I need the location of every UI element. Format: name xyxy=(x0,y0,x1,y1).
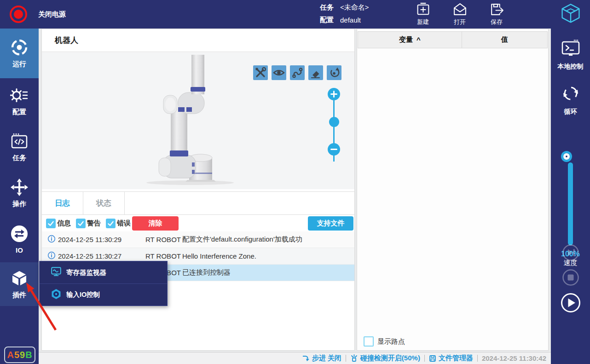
check-icon xyxy=(47,220,55,227)
file-manager-status[interactable]: 文件管理器 xyxy=(429,354,473,363)
show-waypoints-checkbox[interactable] xyxy=(364,336,374,347)
info-filter-label: 信息 xyxy=(57,219,71,228)
terminal-icon xyxy=(560,39,581,60)
sidebar-item-operate[interactable]: 操作 xyxy=(0,170,39,216)
skip-next-icon xyxy=(561,243,580,262)
play-button[interactable] xyxy=(551,292,590,313)
separator xyxy=(424,355,425,362)
column-header-value[interactable]: 值 xyxy=(462,31,548,48)
zoom-out-button[interactable] xyxy=(328,143,340,156)
warning-filter-label: 警告 xyxy=(87,219,101,228)
sidebar-item-run[interactable]: 运行 xyxy=(0,29,39,78)
separator xyxy=(346,355,346,362)
log-message: Hello Interference Zone. xyxy=(182,252,256,260)
speed-slider-knob[interactable] xyxy=(563,153,570,160)
trajectory-button[interactable] xyxy=(290,65,305,80)
power-off-button[interactable] xyxy=(10,6,27,23)
sidebar-item-label: 运行 xyxy=(12,60,26,69)
log-time: 2024-12-25 11:30:29 xyxy=(58,236,145,243)
local-control-button[interactable]: 本地控制 xyxy=(551,39,590,71)
hexagon-gear-icon xyxy=(51,289,62,301)
zoom-in-button[interactable] xyxy=(328,88,340,100)
version-badge: A 5 9 B xyxy=(4,347,35,363)
show-waypoints-label: 显示路点 xyxy=(377,337,405,346)
task-config-block: 任务 <未命名> 配置 default xyxy=(320,3,369,28)
power-icon xyxy=(14,10,23,19)
variables-panel: 变量 ^ 值 显示路点 xyxy=(357,29,549,351)
log-source: RT ROBOT xyxy=(145,236,182,243)
error-checkbox[interactable] xyxy=(106,219,116,228)
minus-icon xyxy=(330,146,337,153)
sidebar-item-task[interactable]: 任务 xyxy=(0,124,39,170)
step-mode-label: 步进 关闭 xyxy=(312,354,341,363)
menu-item-label: 寄存器监视器 xyxy=(66,268,106,277)
stop-icon xyxy=(561,268,580,287)
zoom-slider-knob[interactable] xyxy=(329,117,339,127)
panel-header: 机器人 xyxy=(42,29,354,52)
info-checkbox[interactable] xyxy=(46,219,56,228)
tools-button[interactable] xyxy=(253,65,268,80)
badge-char: 9 xyxy=(20,350,25,360)
top-bar: 关闭电源 任务 <未命名> 配置 default 新建 打开 保存 xyxy=(0,0,590,29)
support-button-label: 支持文件 xyxy=(317,219,345,228)
sidebar-item-config[interactable]: 配置 xyxy=(0,78,39,124)
menu-item-register-monitor[interactable]: 寄存器监视器 xyxy=(40,261,167,283)
sidebar-item-plugin[interactable]: 插件 xyxy=(0,262,39,306)
code-window-icon xyxy=(10,132,29,150)
clear-log-button[interactable]: 清除 xyxy=(132,216,179,231)
task-label: 任务 xyxy=(320,3,334,12)
tab-status[interactable]: 状态 xyxy=(83,192,125,214)
open-button-label: 打开 xyxy=(454,18,466,26)
loop-label: 循环 xyxy=(564,108,577,116)
tab-log[interactable]: 日志 xyxy=(42,192,83,214)
variable-column-label: 变量 xyxy=(399,35,413,44)
plugin-popup-menu: 寄存器监视器 输入IO控制 xyxy=(39,261,168,306)
viewport-toolbar xyxy=(253,65,341,80)
sidebar-item-io[interactable]: IO xyxy=(0,216,39,262)
save-button[interactable]: 保存 xyxy=(484,2,509,26)
task-value: <未命名> xyxy=(340,3,369,12)
new-button[interactable]: 新建 xyxy=(410,2,436,26)
open-file-icon xyxy=(452,2,468,17)
tab-status-label: 状态 xyxy=(96,198,111,208)
gear-icon xyxy=(10,86,29,104)
stop-button[interactable] xyxy=(551,268,590,287)
collision-detection-status[interactable]: 碰撞检测开启(50%) xyxy=(350,354,420,363)
open-button[interactable]: 打开 xyxy=(447,2,473,26)
log-filter-row: 信息 警告 错误 清除 支持文件 xyxy=(42,215,354,231)
status-timestamp: 2024-12-25 11:30:42 xyxy=(482,354,546,362)
step-mode-status[interactable]: 步进 关闭 xyxy=(302,354,341,363)
path-curve-icon xyxy=(291,66,304,79)
robot-3d-viewport[interactable] xyxy=(42,52,354,189)
sidebar-item-label: 配置 xyxy=(12,108,26,116)
speed-slider-track[interactable] xyxy=(568,162,573,245)
badge-char: A xyxy=(7,350,14,360)
log-row[interactable]: 2024-12-25 11:30:29 RT ROBOT 配置文件'defaul… xyxy=(42,231,354,248)
log-message: 已连接到控制器 xyxy=(182,268,231,277)
support-file-button[interactable]: 支持文件 xyxy=(308,216,353,231)
move-arrows-icon xyxy=(10,178,29,196)
eraser-button[interactable] xyxy=(308,65,323,80)
eraser-icon xyxy=(309,66,322,79)
run-icon xyxy=(10,38,29,57)
sidebar-item-label: 操作 xyxy=(12,200,26,208)
warning-checkbox[interactable] xyxy=(76,219,86,228)
value-column-label: 值 xyxy=(501,35,508,44)
right-sidebar: 本地控制 循环 100% 速度 xyxy=(551,29,590,364)
separator xyxy=(477,355,478,362)
menu-item-label: 输入IO控制 xyxy=(66,290,100,299)
check-icon xyxy=(77,220,85,227)
column-header-variable[interactable]: 变量 ^ xyxy=(358,31,462,48)
plugin-cube-icon xyxy=(10,269,29,288)
save-button-label: 保存 xyxy=(491,18,503,26)
reset-rotate-icon xyxy=(328,66,341,79)
skip-next-button[interactable] xyxy=(551,243,590,262)
menu-item-input-io-control[interactable]: 输入IO控制 xyxy=(40,283,167,306)
local-control-label: 本地控制 xyxy=(558,63,584,71)
sidebar-item-label: IO xyxy=(16,246,23,254)
loop-button[interactable]: 循环 xyxy=(551,84,590,116)
visibility-button[interactable] xyxy=(272,65,286,80)
log-time: 2024-12-25 11:30:27 xyxy=(58,252,145,260)
reset-view-button[interactable] xyxy=(327,65,341,80)
io-arrows-icon xyxy=(10,225,29,243)
